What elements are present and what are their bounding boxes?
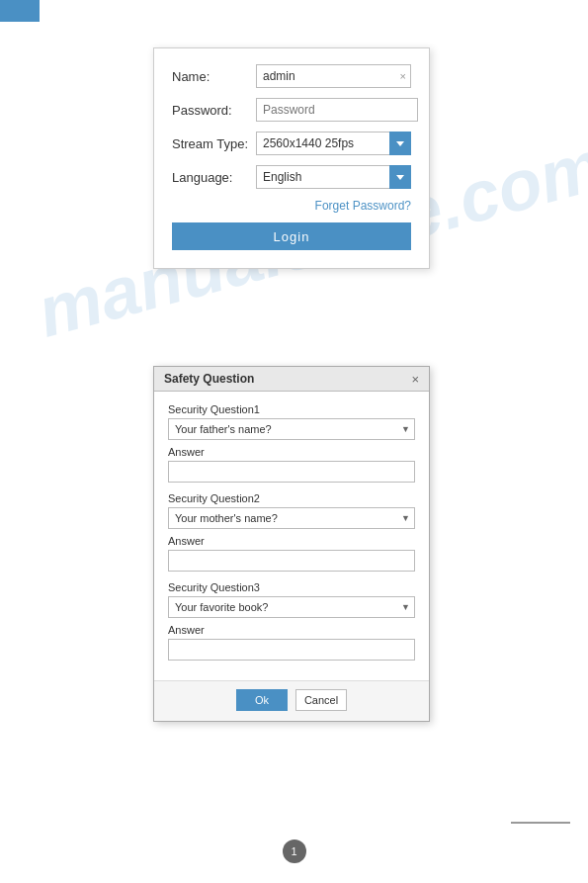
security-question-1-wrapper: Your father's name? Your mother's name? … (168, 418, 415, 440)
name-label: Name: (172, 69, 256, 84)
answer-3-row: Answer (168, 624, 415, 661)
security-question-1-select[interactable]: Your father's name? Your mother's name? … (168, 418, 415, 440)
safety-dialog-title: Safety Question (164, 372, 254, 386)
language-row: Language: English Chinese French German … (172, 165, 411, 189)
login-button[interactable]: Login (172, 222, 411, 250)
stream-type-wrapper: 2560x1440 25fps 1280x720 25fps 640x480 2… (256, 132, 411, 155)
answer-2-label: Answer (168, 535, 415, 547)
security-question-2-select[interactable]: Your father's name? Your mother's name? … (168, 507, 415, 529)
cancel-button[interactable]: Cancel (295, 689, 347, 711)
stream-type-label: Stream Type: (172, 136, 256, 151)
stream-type-row: Stream Type: 2560x1440 25fps 1280x720 25… (172, 132, 411, 155)
answer-3-input[interactable] (168, 639, 415, 661)
safety-dialog-close-icon[interactable]: × (411, 373, 419, 386)
answer-1-row: Answer (168, 446, 415, 483)
password-label: Password: (172, 103, 256, 118)
top-accent-bar (0, 0, 40, 22)
safety-dialog-header: Safety Question × (154, 367, 429, 392)
name-row: Name: × (172, 64, 411, 88)
language-select[interactable]: English Chinese French German Spanish (256, 165, 411, 189)
security-question-3-row: Security Question3 Your father's name? Y… (168, 581, 415, 618)
answer-2-row: Answer (168, 535, 415, 572)
safety-dialog-body: Security Question1 Your father's name? Y… (154, 392, 429, 680)
password-row: Password: (172, 98, 411, 122)
name-input[interactable] (256, 64, 411, 88)
forget-password-row: Forget Password? (172, 199, 411, 213)
security-question-3-section: Security Question3 Your father's name? Y… (168, 581, 415, 661)
security-question-1-label: Security Question1 (168, 403, 415, 415)
language-wrapper: English Chinese French German Spanish (256, 165, 411, 189)
security-question-3-label: Security Question3 (168, 581, 415, 593)
security-question-1-row: Security Question1 Your father's name? Y… (168, 403, 415, 440)
security-question-2-wrapper: Your father's name? Your mother's name? … (168, 507, 415, 529)
answer-1-label: Answer (168, 446, 415, 458)
safety-dialog-footer: Ok Cancel (154, 680, 429, 721)
clear-icon[interactable]: × (400, 71, 406, 82)
stream-type-select[interactable]: 2560x1440 25fps 1280x720 25fps 640x480 2… (256, 132, 411, 155)
security-question-2-label: Security Question2 (168, 492, 415, 504)
login-dialog: Name: × Password: Stream Type: 2560x1440… (153, 47, 430, 269)
security-question-2-section: Security Question2 Your father's name? Y… (168, 492, 415, 572)
bottom-line (511, 822, 570, 824)
security-question-3-select[interactable]: Your father's name? Your mother's name? … (168, 596, 415, 618)
page-number: 1 (283, 839, 306, 863)
safety-question-dialog: Safety Question × Security Question1 You… (153, 366, 430, 722)
password-input[interactable] (256, 98, 418, 122)
name-field-wrapper: × (256, 64, 411, 88)
security-question-2-row: Security Question2 Your father's name? Y… (168, 492, 415, 529)
answer-3-label: Answer (168, 624, 415, 636)
forget-password-link[interactable]: Forget Password? (315, 199, 411, 213)
answer-1-input[interactable] (168, 461, 415, 483)
language-label: Language: (172, 170, 256, 185)
ok-button[interactable]: Ok (236, 689, 288, 711)
security-question-3-wrapper: Your father's name? Your mother's name? … (168, 596, 415, 618)
answer-2-input[interactable] (168, 550, 415, 572)
security-question-1-section: Security Question1 Your father's name? Y… (168, 403, 415, 483)
